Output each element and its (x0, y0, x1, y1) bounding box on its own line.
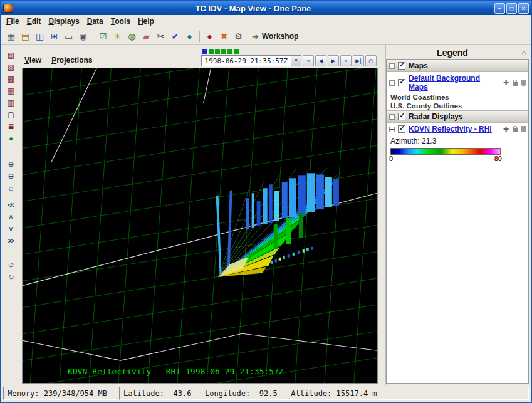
move-icon[interactable]: ✚ (503, 126, 509, 132)
select-region-icon[interactable]: ▢ (6, 110, 17, 120)
time-step[interactable] (227, 49, 232, 54)
time-combobox[interactable]: 1998-06-29 21:35:57Z ▼ (201, 55, 301, 66)
step-back-button[interactable]: ◀ (315, 55, 326, 66)
cut-icon[interactable]: ✂ (154, 29, 168, 43)
capture-image-icon[interactable]: ◉ (76, 29, 90, 43)
animation-properties-button[interactable]: ◷ (365, 55, 377, 66)
data-choosers-icon[interactable]: ☀ (110, 29, 125, 43)
section-title: Maps (409, 61, 428, 70)
open-bundle-icon[interactable]: ▤ (18, 29, 33, 43)
float-legend-icon[interactable]: ⌂ (519, 48, 529, 57)
redo-icon[interactable]: ↻ (6, 272, 17, 283)
home-view-icon[interactable]: ⌂ (6, 183, 17, 194)
menu-file[interactable]: File (4, 16, 24, 27)
go-to-start-button[interactable]: « (303, 55, 314, 66)
rotate-left-icon[interactable]: ≪ (6, 200, 17, 211)
time-step[interactable] (221, 49, 226, 54)
lock-icon[interactable] (513, 128, 518, 132)
legend-header: Legend ⌂ (386, 46, 529, 59)
time-animation-widget: 1998-06-29 21:35:57Z ▼ « ◀ ▶ » ▶| ◷ (201, 49, 377, 66)
settings-icon[interactable]: ⚙ (231, 29, 246, 43)
legend-section-maps: Maps (387, 60, 528, 72)
menu-displays[interactable]: Displays (46, 16, 84, 27)
kdvn-reflectivity-link[interactable]: KDVN Reflectivity - RHI (409, 125, 492, 133)
zoom-in-icon[interactable]: ⊕ (6, 159, 17, 170)
menu-data[interactable]: Data (85, 16, 108, 27)
drawing-icon[interactable]: ✔ (168, 29, 182, 43)
default-background-maps-link[interactable]: Default Background Maps (409, 74, 500, 92)
collapse-icon[interactable] (389, 63, 395, 69)
globe-display-icon[interactable]: ● (182, 29, 197, 43)
visibility-checkbox[interactable] (398, 113, 405, 120)
visibility-checkbox[interactable] (398, 62, 405, 70)
layout-view-icon[interactable]: ▥ (6, 98, 17, 108)
time-step[interactable] (215, 49, 220, 54)
tilt-up-icon[interactable]: ∧ (6, 212, 17, 222)
record-movie-icon[interactable]: ● (202, 29, 217, 43)
toolbar-separator (93, 31, 93, 42)
projections-menu[interactable]: Projections (51, 56, 92, 65)
time-controls: 1998-06-29 21:35:57Z ▼ « ◀ ▶ » ▶| ◷ (201, 55, 377, 66)
print-icon[interactable]: ▭ (61, 29, 76, 43)
memory-readout: Memory: 239/348/954 MB (3, 387, 117, 400)
zoom-out-icon[interactable]: ⊖ (6, 171, 17, 182)
map-view-icon[interactable]: ▧ (6, 50, 17, 61)
map-panel: View Projections 1998-06-29 21:35: (21, 45, 378, 385)
go-to-end-button[interactable]: ▶| (353, 55, 364, 66)
collapse-icon[interactable] (389, 80, 395, 86)
minimize-button[interactable]: − (494, 3, 505, 14)
menu-help[interactable]: Help (135, 16, 159, 27)
chevron-down-icon[interactable]: ▼ (291, 56, 301, 66)
view-menus: View Projections (24, 56, 93, 66)
field-selector-icon[interactable]: ☑ (96, 29, 110, 43)
time-step[interactable] (202, 49, 207, 54)
panel-divider[interactable] (378, 45, 385, 385)
visibility-checkbox[interactable] (398, 125, 405, 133)
show-dashboard-icon[interactable]: ▦ (4, 29, 18, 43)
position-readout: Latitude: 43.6 Longitude: -92.5 Altitude… (119, 387, 529, 400)
colorbar-labels: 0 80 (388, 155, 503, 162)
globe-toggle-icon[interactable]: ● (6, 133, 17, 144)
delete-icon[interactable] (521, 81, 526, 86)
globe-view-icon[interactable]: ▨ (6, 62, 17, 73)
idv-logo-icon (3, 4, 13, 13)
play-button[interactable]: ▶ (328, 55, 339, 66)
time-step[interactable] (234, 49, 239, 54)
collapse-icon[interactable] (389, 127, 395, 132)
app-window: TC IDV - Map View - One Pane − □ ✕ File … (0, 0, 532, 403)
view-menu[interactable]: View (24, 56, 41, 65)
transect-view-icon[interactable]: ▩ (6, 74, 17, 85)
remove-displays-icon[interactable]: ✖ (217, 29, 231, 43)
map-layer-label: U.S. County Outlines (387, 102, 528, 110)
legend-row-kdvn: KDVN Reflectivity - RHI ✚ (387, 123, 528, 135)
eraser-icon[interactable]: ▰ (139, 29, 154, 43)
content-area: ▧ ▨ ▩ ▦ ▥ ▢ ≣ ● ⊕ ⊖ ⌂ ≪ ∧ ∨ ≫ ↺ ↻ View P… (1, 45, 531, 385)
map-display[interactable]: KDVN Reflectivity - RHI 1998-06-29 21:35… (22, 68, 378, 384)
maximize-button[interactable]: □ (506, 3, 517, 14)
close-button[interactable]: ✕ (518, 3, 529, 14)
legend-title: Legend (386, 48, 519, 58)
view-list-icon[interactable]: ≣ (6, 122, 17, 132)
viewpoint-toolbar: ▧ ▨ ▩ ▦ ▥ ▢ ≣ ● ⊕ ⊖ ⌂ ≪ ∧ ∨ ≫ ↺ ↻ (1, 45, 21, 385)
step-forward-button[interactable]: » (340, 55, 352, 66)
workshop-button[interactable]: ➔ Workshop (252, 32, 298, 41)
grid-view-icon[interactable]: ▦ (6, 86, 17, 97)
display-controls-icon[interactable]: ◍ (125, 29, 139, 43)
lock-icon[interactable] (513, 82, 518, 86)
colorbar-min: 0 (389, 155, 393, 162)
visibility-checkbox[interactable] (398, 79, 405, 86)
move-icon[interactable]: ✚ (503, 80, 509, 86)
menubar: File Edit Displays Data Tools Help (1, 15, 531, 28)
time-step[interactable] (209, 49, 214, 54)
save-favorite-icon[interactable]: ⊞ (47, 29, 61, 43)
menu-tools[interactable]: Tools (108, 16, 135, 27)
tilt-down-icon[interactable]: ∨ (6, 224, 17, 234)
save-bundle-icon[interactable]: ◫ (33, 29, 47, 43)
delete-icon[interactable] (521, 127, 526, 132)
rotate-right-icon[interactable]: ≫ (6, 236, 17, 246)
titlebar: TC IDV - Map View - One Pane − □ ✕ (1, 1, 531, 15)
collapse-icon[interactable] (389, 114, 395, 120)
menu-edit[interactable]: Edit (24, 16, 46, 27)
reflectivity-colorbar[interactable] (390, 148, 501, 155)
undo-icon[interactable]: ↺ (6, 260, 17, 271)
